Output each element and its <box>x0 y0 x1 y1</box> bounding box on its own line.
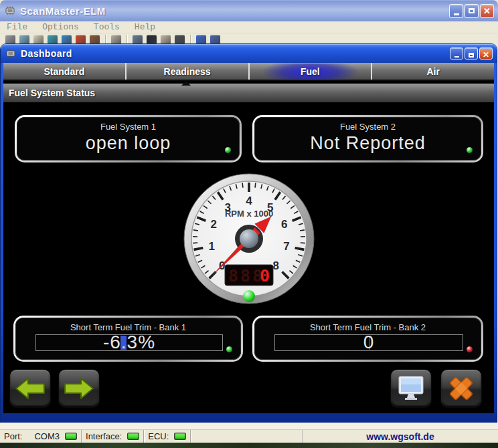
main-maximize-button[interactable] <box>465 4 479 18</box>
chip-icon <box>4 6 16 15</box>
ecu-label: ECU: <box>148 431 169 441</box>
port-label: Port: <box>4 431 22 441</box>
status-ecu: ECU: <box>144 430 191 443</box>
dashboard-close-button[interactable]: ✕ <box>479 47 493 60</box>
status-port: Port: COM3 <box>0 430 82 443</box>
tab-readiness[interactable]: Readiness <box>125 63 248 80</box>
port-value: COM3 <box>34 431 60 441</box>
toolbar-separator <box>105 35 106 44</box>
tab-standard[interactable]: Standard <box>3 63 125 80</box>
next-page-button[interactable] <box>58 369 100 408</box>
interface-led <box>127 433 139 440</box>
dashboard-window: Dashboard ✕ Standard Readiness Fuel Air … <box>1 44 497 423</box>
menu-options[interactable]: Options <box>42 22 79 32</box>
svg-text:RPM x 1000: RPM x 1000 <box>225 209 273 219</box>
dashboard-minimize-button[interactable] <box>450 47 463 60</box>
status-led <box>467 346 473 352</box>
dashboard-titlebar: Dashboard ✕ <box>1 44 497 63</box>
close-icon: ✕ <box>483 49 489 60</box>
svg-text:4: 4 <box>246 195 252 207</box>
trim-bank-1-value: -6.3% <box>36 331 222 352</box>
toolbar-separator <box>190 35 191 44</box>
close-dashboard-button[interactable] <box>440 369 482 408</box>
fuel-system-2-title: Fuel System 2 <box>254 122 481 132</box>
trim-bank-1-bar: -6.3% <box>35 334 223 351</box>
main-minimize-button[interactable] <box>449 4 463 18</box>
clipboard-icon[interactable] <box>111 35 121 44</box>
monitor-icon[interactable] <box>48 35 58 44</box>
info-icon[interactable] <box>196 35 206 44</box>
user-icon[interactable] <box>90 35 100 44</box>
trim-bank-1-panel: Short Term Fuel Trim - Bank 1 -6.3% <box>13 316 243 362</box>
port-led <box>65 433 77 440</box>
fuel-system-2-value: Not Reported <box>254 133 481 154</box>
section-header: Fuel System Status <box>3 84 494 104</box>
fuel-system-2-panel: Fuel System 2 Not Reported <box>252 115 483 162</box>
ecu-led <box>174 433 186 440</box>
minimize-icon <box>454 13 459 15</box>
world-icon[interactable] <box>175 35 185 44</box>
main-window-title: ScanMaster-ELM <box>20 5 106 17</box>
app-window-icon[interactable] <box>76 35 86 44</box>
status-led <box>226 346 232 352</box>
dashboard-title: Dashboard <box>21 48 72 59</box>
arrow-left-icon <box>15 376 46 401</box>
svg-text:6: 6 <box>281 218 287 231</box>
status-led <box>467 147 473 153</box>
console-icon[interactable] <box>147 35 157 44</box>
interface-label: Interface: <box>86 431 122 441</box>
book-icon[interactable] <box>210 35 220 44</box>
gauge-digital-value: 0 <box>260 266 270 286</box>
maximize-icon <box>469 8 475 13</box>
trash-icon[interactable] <box>5 35 15 44</box>
svg-text:7: 7 <box>283 240 289 253</box>
menubar: File Options Tools Help <box>0 21 498 33</box>
screen: { "main_window": { "title": "ScanMaster-… <box>0 0 498 448</box>
trim-bank-2-bar: 0 <box>274 334 463 351</box>
toolbar-separator <box>127 35 127 44</box>
rpm-gauge: 012345678RPM x 10008880 <box>183 173 315 305</box>
maximize-icon <box>469 53 474 58</box>
menu-tools[interactable]: Tools <box>94 22 120 32</box>
tab-fuel[interactable]: Fuel <box>248 63 371 80</box>
battery-icon[interactable] <box>161 35 171 44</box>
desktop-strip <box>0 443 498 448</box>
fuel-system-1-title: Fuel System 1 <box>17 122 240 132</box>
minimize-icon <box>454 56 459 58</box>
svg-text:2: 2 <box>211 218 217 231</box>
dashboard-body: Standard Readiness Fuel Air Fuel System … <box>3 63 494 413</box>
menu-help[interactable]: Help <box>135 22 155 32</box>
status-interface: Interface: <box>82 430 144 443</box>
monitor-icon <box>396 375 426 402</box>
menu-file[interactable]: File <box>7 22 27 32</box>
website-link[interactable]: www.wgsoft.de <box>303 430 498 443</box>
dashboard-maximize-button[interactable] <box>465 47 478 60</box>
trim-bank-2-panel: Short Term Fuel Trim - Bank 2 0 <box>252 316 483 362</box>
document-icon[interactable] <box>33 35 44 44</box>
main-close-button[interactable]: ✕ <box>480 4 494 18</box>
tab-notch <box>181 81 191 86</box>
tab-air[interactable]: Air <box>371 63 494 80</box>
globe-icon[interactable] <box>19 35 29 44</box>
svg-text:8: 8 <box>273 259 279 272</box>
status-bar: Port: COM3 Interface: ECU: www.wgsoft.de <box>0 429 498 443</box>
screen-icon[interactable] <box>133 35 143 44</box>
status-spacer <box>191 430 303 443</box>
client-strip <box>0 423 498 429</box>
monitor2-icon[interactable] <box>62 35 72 44</box>
x-icon <box>447 374 475 403</box>
main-titlebar: ScanMaster-ELM ✕ <box>0 0 498 21</box>
arrow-right-icon <box>64 376 94 401</box>
tab-bar: Standard Readiness Fuel Air <box>3 63 494 81</box>
svg-text:1: 1 <box>208 240 214 253</box>
prev-page-button[interactable] <box>9 369 51 408</box>
close-icon: ✕ <box>483 5 491 17</box>
fuel-system-1-panel: Fuel System 1 open loop <box>15 115 242 162</box>
fuel-system-1-value: open loop <box>17 133 240 154</box>
monitor-button[interactable] <box>390 369 432 408</box>
trim-bank-2-value: 0 <box>275 331 463 352</box>
status-led <box>225 147 231 153</box>
chip-icon <box>5 49 17 58</box>
